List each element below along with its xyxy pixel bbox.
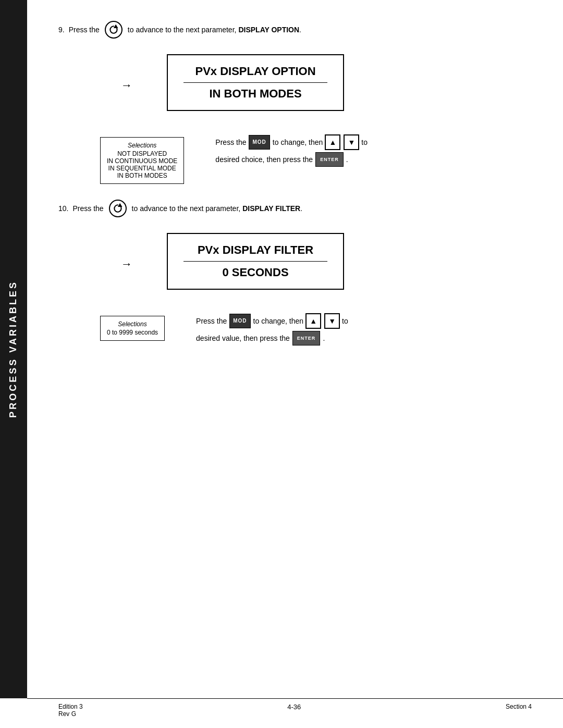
display-option-section: → PVx DISPLAY OPTION IN BOTH MODES Selec… bbox=[58, 49, 532, 184]
selection-range: 0 to 9999 seconds bbox=[107, 329, 158, 336]
rev: Rev G bbox=[58, 710, 83, 718]
enter-button-10: ENTER bbox=[292, 331, 321, 346]
step9-number: 9. bbox=[58, 26, 65, 34]
selection-both: IN BOTH MODES bbox=[107, 172, 177, 179]
step10-number: 10. bbox=[58, 204, 68, 213]
instr10-desired: desired value, then press the bbox=[196, 331, 290, 346]
instr10-punct: . bbox=[323, 331, 325, 346]
edition: Edition 3 bbox=[58, 703, 83, 710]
selection-not-displayed: NOT DISPLAYED bbox=[107, 150, 177, 157]
instr10-to: to bbox=[342, 314, 348, 328]
selection-sequential: IN SEQUENTIAL MODE bbox=[107, 165, 177, 172]
rotate-icon-9 bbox=[105, 21, 123, 39]
display-option-box: PVx DISPLAY OPTION IN BOTH MODES bbox=[167, 54, 344, 111]
display-filter-section: → PVx DISPLAY FILTER 0 SECONDS Selection… bbox=[58, 228, 532, 346]
up-arrow-btn-10: ▲ bbox=[305, 313, 321, 329]
selection-continuous: IN CONTINUOUS MODE bbox=[107, 157, 177, 165]
svg-marker-0 bbox=[114, 26, 117, 28]
display-filter-instructions: Press the MOD to change, then ▲ ▼ to des… bbox=[196, 311, 348, 346]
footer-left: Edition 3 Rev G bbox=[58, 703, 83, 718]
instr9-to: to bbox=[361, 135, 368, 150]
step10-param-name: DISPLAY FILTER bbox=[242, 204, 300, 213]
step9-param-name: DISPLAY OPTION bbox=[238, 26, 299, 34]
step9-text-after: to advance to the next parameter, bbox=[128, 26, 237, 34]
display-filter-value: 0 SECONDS bbox=[183, 266, 327, 279]
down-arrow-btn-10: ▼ bbox=[324, 313, 340, 329]
display-option-instructions: Press the MOD to change, then ▲ ▼ to des… bbox=[215, 132, 368, 167]
display-option-value: IN BOTH MODES bbox=[183, 87, 327, 101]
section-number: Section 4 bbox=[506, 703, 532, 710]
step9-text-before: Press the bbox=[69, 26, 100, 34]
display-filter-selections: Selections 0 to 9999 seconds bbox=[100, 311, 165, 341]
selections-label-10: Selections bbox=[107, 320, 158, 328]
step10-text-after: to advance to the next parameter, bbox=[132, 204, 241, 213]
step10-line: 10. Press the to advance to the next par… bbox=[58, 200, 532, 217]
down-arrow-btn-9: ▼ bbox=[344, 134, 359, 150]
instr9-desired: desired choice, then press the bbox=[215, 152, 313, 167]
instr9-change: to change, then bbox=[273, 135, 323, 150]
instr9-punct: . bbox=[346, 152, 348, 167]
sidebar-label: PROCESS VARIABLES bbox=[8, 280, 19, 418]
main-content: 9. Press the to advance to the next para… bbox=[27, 0, 563, 698]
page-number: 4-36 bbox=[287, 703, 301, 711]
display-option-selections: Selections NOT DISPLAYED IN CONTINUOUS M… bbox=[100, 137, 184, 184]
enter-button-9: ENTER bbox=[315, 152, 344, 167]
footer: Edition 3 Rev G 4-36 Section 4 bbox=[27, 698, 563, 728]
display-option-title: PVx DISPLAY OPTION bbox=[183, 65, 327, 78]
arrow-to-box-9: → bbox=[121, 79, 132, 92]
arrow-to-box-10: → bbox=[121, 257, 132, 271]
selections-label-9: Selections bbox=[107, 142, 177, 149]
step9-line: 9. Press the to advance to the next para… bbox=[58, 21, 532, 39]
sidebar: PROCESS VARIABLES bbox=[0, 0, 27, 698]
mod-button-9: MOD bbox=[249, 135, 270, 150]
instr10-change: to change, then bbox=[253, 314, 304, 328]
display-filter-title: PVx DISPLAY FILTER bbox=[183, 243, 327, 257]
instr10-press: Press the bbox=[196, 314, 227, 328]
svg-marker-1 bbox=[118, 204, 121, 206]
mod-button-10: MOD bbox=[229, 314, 250, 328]
rotate-icon-10 bbox=[109, 200, 127, 217]
up-arrow-btn-9: ▲ bbox=[325, 134, 340, 150]
instr9-press: Press the bbox=[215, 135, 246, 150]
step10-text-before: Press the bbox=[72, 204, 103, 213]
display-filter-box: PVx DISPLAY FILTER 0 SECONDS bbox=[167, 233, 344, 290]
